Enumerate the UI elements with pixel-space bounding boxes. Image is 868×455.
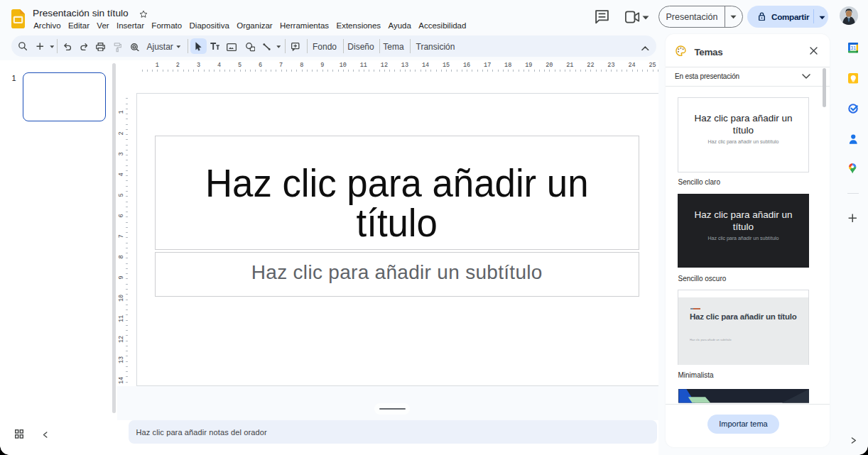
svg-text:31: 31 (850, 45, 856, 50)
